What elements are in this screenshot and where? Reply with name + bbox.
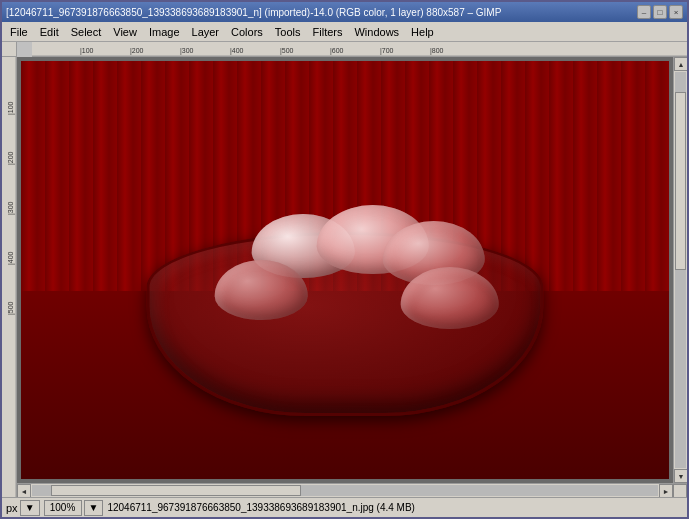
canvas-viewport <box>17 57 673 483</box>
down-arrow-icon: ▼ <box>678 473 685 480</box>
vscroll-thumb[interactable] <box>675 92 686 270</box>
hscroll-track[interactable] <box>32 485 658 496</box>
horizontal-scrollbar[interactable]: ◄ ► <box>17 483 687 497</box>
vscroll-down-button[interactable]: ▼ <box>674 469 687 483</box>
svg-text:|700: |700 <box>380 47 394 55</box>
svg-text:|100: |100 <box>80 47 94 55</box>
title-text: [12046711_967391876663850_13933869368918… <box>6 7 501 18</box>
vertical-scrollbar[interactable]: ▲ ▼ <box>673 57 687 483</box>
title-bar: [12046711_967391876663850_13933869368918… <box>2 2 687 22</box>
svg-text:|600: |600 <box>330 47 344 55</box>
window-controls: – □ × <box>637 5 683 19</box>
menu-help[interactable]: Help <box>405 24 440 40</box>
unit-dropdown-button[interactable]: ▼ <box>20 500 40 516</box>
menu-edit[interactable]: Edit <box>34 24 65 40</box>
ruler-vertical: |100 |200 |300 |400 |500 <box>2 57 17 497</box>
menu-filters[interactable]: Filters <box>307 24 349 40</box>
svg-text:|400: |400 <box>230 47 244 55</box>
menu-image[interactable]: Image <box>143 24 186 40</box>
gimp-window: [12046711_967391876663850_13933869368918… <box>0 0 689 519</box>
svg-text:|300: |300 <box>7 201 15 215</box>
image-canvas <box>21 61 669 479</box>
menu-colors[interactable]: Colors <box>225 24 269 40</box>
up-arrow-icon: ▲ <box>678 61 685 68</box>
menu-view[interactable]: View <box>107 24 143 40</box>
unit-selector[interactable]: px ▼ <box>6 500 40 516</box>
close-button[interactable]: × <box>669 5 683 19</box>
svg-text:|100: |100 <box>7 101 15 115</box>
svg-text:|500: |500 <box>280 47 294 55</box>
ruler-corner <box>2 42 17 57</box>
status-filename: 12046711_967391876663850_139338693689183… <box>107 502 683 513</box>
right-arrow-icon: ► <box>663 488 670 495</box>
ruler-horizontal: |100 |200 |300 |400 |500 |600 |700 |800 <box>32 42 687 57</box>
hscroll-left-button[interactable]: ◄ <box>17 484 31 497</box>
image-content <box>21 61 669 479</box>
menu-select[interactable]: Select <box>65 24 108 40</box>
svg-text:|200: |200 <box>7 151 15 165</box>
menu-tools[interactable]: Tools <box>269 24 307 40</box>
canvas-area: ▲ ▼ ◄ ► <box>17 57 687 497</box>
crystal-bowl <box>112 186 579 416</box>
left-arrow-icon: ◄ <box>21 488 28 495</box>
canvas-viewport-container: ▲ ▼ <box>17 57 687 483</box>
menu-file[interactable]: File <box>4 24 34 40</box>
status-bar: px ▼ ▼ 12046711_967391876663850_13933869… <box>2 497 687 517</box>
maximize-button[interactable]: □ <box>653 5 667 19</box>
svg-text:|800: |800 <box>430 47 444 55</box>
zoom-input[interactable] <box>44 500 82 516</box>
menu-layer[interactable]: Layer <box>186 24 226 40</box>
svg-text:|300: |300 <box>180 47 194 55</box>
menu-windows[interactable]: Windows <box>348 24 405 40</box>
content-area: |100 |200 |300 |400 |500 <box>2 57 687 497</box>
menu-bar: File Edit Select View Image Layer Colors… <box>2 22 687 42</box>
zoom-control[interactable]: ▼ <box>44 500 104 516</box>
vscroll-up-button[interactable]: ▲ <box>674 57 687 71</box>
zoom-dropdown-button[interactable]: ▼ <box>84 500 104 516</box>
hscroll-right-button[interactable]: ► <box>659 484 673 497</box>
hscroll-thumb[interactable] <box>51 485 301 496</box>
svg-text:|500: |500 <box>7 301 15 315</box>
unit-label: px <box>6 502 18 514</box>
vscroll-track[interactable] <box>675 72 686 468</box>
minimize-button[interactable]: – <box>637 5 651 19</box>
scrollbar-corner <box>673 484 687 497</box>
svg-text:|400: |400 <box>7 251 15 265</box>
svg-text:|200: |200 <box>130 47 144 55</box>
